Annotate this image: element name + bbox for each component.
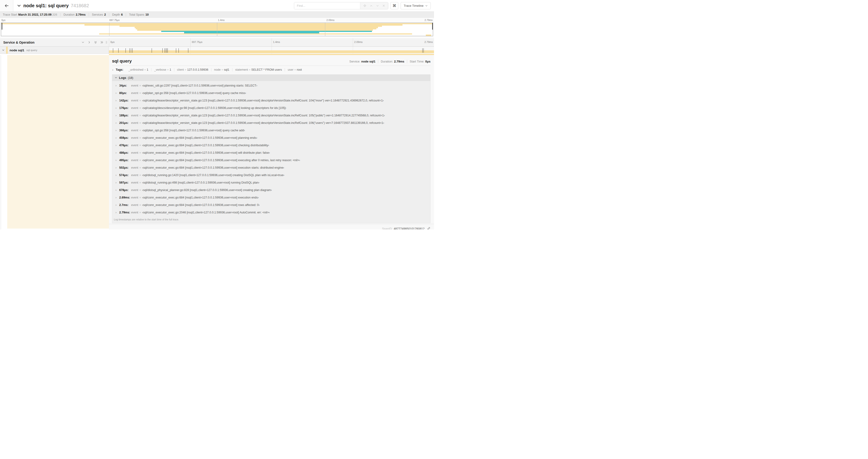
span-tree-gutter: [0, 55, 109, 230]
log-entry[interactable]: › 366μs: event = ‹sql/plan_opt.go:358 [n…: [112, 127, 430, 134]
log-marker: [113, 48, 113, 53]
log-list: › 34μs: event = ‹sql/exec_util.go:2297 […: [112, 81, 430, 216]
chevron-down-icon[interactable]: [115, 76, 117, 79]
logs-count: (18): [128, 76, 133, 79]
chevron-right-icon[interactable]: ›: [116, 188, 119, 192]
log-entry[interactable]: › 502μs: event = ‹sql/conn_executor_exec…: [112, 164, 430, 171]
log-entry[interactable]: › 80μs: event = ‹sql/plan_opt.go:358 [ns…: [112, 89, 430, 97]
log-entry[interactable]: › 34μs: event = ‹sql/exec_util.go:2297 […: [112, 82, 430, 89]
span-detail-header: sql query Service:node sql1Duration:2.79…: [109, 55, 434, 64]
expand-one-level-icon[interactable]: [81, 41, 85, 44]
chevron-right-icon[interactable]: ›: [116, 151, 119, 154]
log-marker: [129, 48, 130, 53]
log-marker: [424, 48, 424, 53]
next-result-icon[interactable]: [376, 4, 379, 7]
chevron-right-icon[interactable]: ›: [116, 181, 119, 184]
log-entry[interactable]: › 176μs: event = ‹sql/catalog/descs/desc…: [112, 104, 430, 112]
log-entry[interactable]: › 574μs: event = ‹sql/distsql_running.go…: [112, 171, 430, 179]
chevron-right-icon[interactable]: ›: [116, 196, 119, 199]
back-button[interactable]: [0, 0, 13, 11]
chevron-right-icon[interactable]: ›: [116, 121, 119, 125]
minimap-canvas[interactable]: [1, 23, 433, 36]
logs-note: Log timestamps are relative to the start…: [112, 216, 430, 223]
column-resize-grip[interactable]: [106, 41, 107, 44]
find-group: [294, 2, 388, 9]
timeline-tick: 1.4ms: [272, 38, 280, 46]
tags-row[interactable]: › Tags: _unfinished=1_verbose=1client=12…: [109, 66, 434, 72]
span-meta-item: Start Time:0μs: [407, 60, 431, 63]
chevron-right-icon[interactable]: ›: [116, 210, 119, 214]
keyboard-shortcuts-button[interactable]: ⌘: [391, 2, 398, 9]
log-marker: [166, 48, 167, 53]
chevron-right-icon[interactable]: ›: [116, 129, 119, 132]
span-bar-track[interactable]: [109, 47, 434, 54]
collapse-all-icon[interactable]: [100, 41, 103, 44]
log-entry[interactable]: › 459μs: event = ‹sql/conn_executor_exec…: [112, 134, 430, 141]
clear-find-icon[interactable]: [382, 4, 385, 7]
span-collapse-icon[interactable]: [2, 49, 5, 52]
chevron-right-icon[interactable]: ›: [116, 99, 119, 102]
title-collapse-icon[interactable]: [17, 4, 21, 8]
span-row[interactable]: node sql1 sql query: [0, 47, 434, 54]
span-detail-panel: sql query Service:node sql1Duration:2.79…: [109, 55, 434, 230]
chevron-right-icon[interactable]: ›: [116, 113, 119, 117]
chevron-right-icon[interactable]: ›: [116, 106, 119, 110]
log-entry[interactable]: › 678μs: event = ‹sql/distsql_physical_p…: [112, 186, 430, 194]
span-operation-name: sql query: [26, 49, 37, 52]
grid-header: Service & Operation 0μs 697.75μs 1.4ms 2…: [0, 38, 434, 47]
log-entry[interactable]: › 2.69ms: event = ‹sql/conn_executor_exe…: [112, 194, 430, 201]
find-input[interactable]: [294, 2, 360, 9]
trace-timeline-page: node sql1: sql query 7418682 ⌘ Trace Tim…: [0, 0, 434, 230]
log-entry[interactable]: › 2.79ms: event = ‹sql/conn_executor_exe…: [112, 209, 430, 216]
prev-result-icon[interactable]: [370, 4, 373, 7]
span-duration-bar[interactable]: [109, 51, 434, 53]
log-entry[interactable]: › 201μs: event = ‹sql/catalog/lease/desc…: [112, 119, 430, 127]
span-tree-cell[interactable]: node sql1 sql query: [0, 47, 109, 54]
chevron-right-icon[interactable]: ›: [116, 203, 119, 207]
log-entry[interactable]: › 189μs: event = ‹sql/catalog/lease/desc…: [112, 112, 430, 119]
chevron-right-icon[interactable]: ›: [112, 68, 116, 72]
collapse-one-level-icon[interactable]: [88, 41, 91, 44]
span-tree-header: Service & Operation: [0, 38, 109, 46]
log-entry[interactable]: › 2.7ms: event = ‹sql/conn_executor_exec…: [112, 201, 430, 209]
chevron-right-icon[interactable]: ›: [116, 84, 119, 87]
span-title: sql query: [112, 59, 132, 64]
log-marker: [422, 48, 423, 53]
find-controls: [360, 2, 388, 9]
view-options-dropdown[interactable]: Trace Timeline: [401, 2, 431, 9]
log-entry[interactable]: › 597μs: event = ‹sql/distsql_running.go…: [112, 179, 430, 186]
minimap-span-bar: [426, 35, 431, 36]
timeline-header: 0μs 697.75μs 1.4ms 2.09ms 2.79ms: [109, 38, 434, 46]
timeline-tick: 2.79ms: [425, 41, 433, 43]
span-meta-item: Duration:2.79ms: [378, 60, 404, 63]
chevron-right-icon[interactable]: ›: [116, 158, 119, 162]
tag: statement=SELECT * FROM users: [232, 68, 285, 71]
span-id-row: SpanID:4877749850101760812: [109, 224, 434, 230]
log-marker: [188, 48, 188, 53]
deep-link-icon[interactable]: [427, 227, 431, 230]
expand-all-icon[interactable]: [94, 41, 97, 44]
log-entry[interactable]: › 142μs: event = ‹sql/catalog/lease/desc…: [112, 97, 430, 104]
log-entry[interactable]: › 495μs: event = ‹sql/conn_executor_exec…: [112, 157, 430, 164]
span-timeline-cell[interactable]: [109, 47, 434, 54]
minimap-scrubber-left[interactable]: [2, 23, 2, 30]
chevron-right-icon[interactable]: ›: [116, 136, 119, 139]
minimap-scrubber-right[interactable]: [432, 23, 433, 30]
trace-info-item: Total Spans10: [126, 13, 152, 16]
timeline-tick: 697.75μs: [190, 38, 202, 46]
log-entry[interactable]: › 486μs: event = ‹sql/conn_executor_exec…: [112, 149, 430, 157]
tags-label: Tags:: [116, 68, 123, 71]
chevron-right-icon[interactable]: ›: [116, 166, 119, 169]
trace-summary-bar: Trace StartMarch 31 2022, 17:25:09.326 D…: [0, 11, 434, 18]
logs-header[interactable]: Logs (18): [112, 75, 430, 81]
trace-info-item: Trace StartMarch 31 2022, 17:25:09.326: [3, 13, 60, 16]
chevron-right-icon[interactable]: ›: [116, 91, 119, 95]
minimap-gridline: [109, 23, 110, 36]
log-marker: [162, 48, 163, 53]
locate-icon[interactable]: [363, 4, 367, 7]
log-entry[interactable]: › 476μs: event = ‹sql/conn_executor_exec…: [112, 141, 430, 149]
tag: user=root: [285, 68, 305, 71]
chevron-right-icon[interactable]: ›: [116, 143, 119, 147]
trace-id: 7418682: [71, 3, 89, 8]
chevron-right-icon[interactable]: ›: [116, 173, 119, 177]
